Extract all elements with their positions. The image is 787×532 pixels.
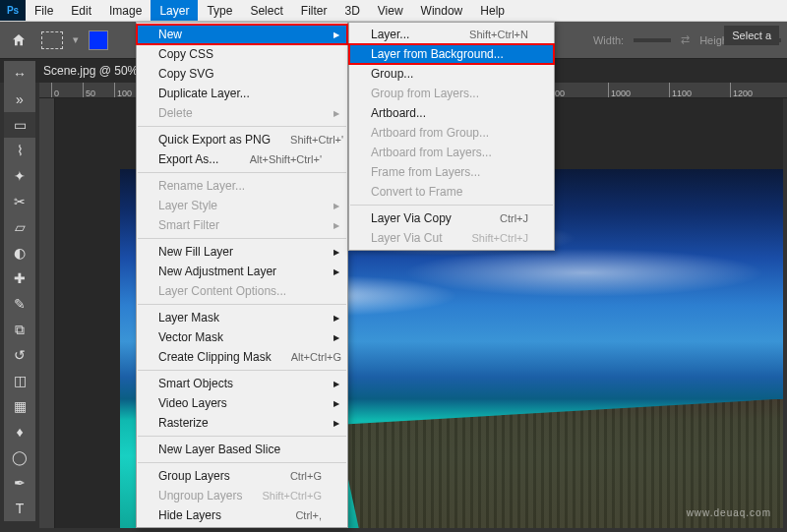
wand-tool[interactable]: ✦ [4,163,35,189]
menu-layer[interactable]: Layer [151,0,198,21]
menu-separator [138,436,346,437]
healing-tool[interactable]: ✚ [4,266,35,291]
menu-item-label: Quick Export as PNG [158,133,271,147]
marquee-tool[interactable]: ▭ [4,112,35,138]
layer-menu-layer-mask[interactable]: Layer Mask [137,308,347,327]
menu-item-label: Group... [371,67,413,81]
menu-bar: Ps FileEditImageLayerTypeSelectFilter3DV… [0,0,787,22]
layer-menu-smart-filter: Smart Filter [137,215,347,235]
crop-tool[interactable]: ✂ [4,189,35,214]
ruler-tick: 1100 [669,83,692,98]
menu-item-label: Delete [158,106,193,120]
menu-item-label: New Fill Layer [158,245,233,259]
frame-tool[interactable]: ▱ [4,214,35,240]
pen-tool[interactable]: ✒ [4,470,35,496]
layer-menu-video-layers[interactable]: Video Layers [137,393,347,413]
gradient-tool[interactable]: ▦ [4,393,35,419]
menu-separator [138,172,346,173]
type-tool[interactable]: T [4,496,35,521]
new-submenu-group[interactable]: Group... [349,64,554,84]
move-tool[interactable]: ↔ [4,61,35,87]
layer-menu-rename-layer: Rename Layer... [137,176,347,196]
menu-view[interactable]: View [369,0,412,21]
menu-file[interactable]: File [26,0,62,21]
menu-item-label: Rasterize [158,416,209,430]
layer-menu-ungroup-layers: Ungroup LayersShift+Ctrl+G [137,486,347,505]
menu-select[interactable]: Select [241,0,291,21]
marquee-preset-icon[interactable] [41,31,63,49]
dropdown-caret-icon[interactable]: ▾ [73,33,79,46]
document-tab[interactable]: Scene.jpg @ 50% [43,64,138,78]
menu-window[interactable]: Window [412,0,472,21]
new-submenu-layer-via-copy[interactable]: Layer Via CopyCtrl+J [349,208,554,228]
menu-shortcut: Ctrl+, [295,509,322,521]
eyedropper-tool[interactable]: ◐ [4,240,35,266]
menu-type[interactable]: Type [198,0,241,21]
new-submenu-artboard-from-group: Artboard from Group... [349,123,554,143]
home-button[interactable] [6,29,31,52]
new-submenu-layer-from-background[interactable]: Layer from Background... [349,44,554,64]
layer-menu-duplicate-layer[interactable]: Duplicate Layer... [137,84,347,103]
menu-shortcut: Ctrl+G [290,470,322,482]
expand-icon[interactable]: » [4,87,35,112]
layer-new-submenu[interactable]: Layer...Shift+Ctrl+NLayer from Backgroun… [348,22,555,251]
menu-item-label: Video Layers [158,396,227,410]
menu-filter[interactable]: Filter [292,0,336,21]
menu-item-label: Layer Style [158,199,217,212]
menu-edit[interactable]: Edit [62,0,100,21]
menu-image[interactable]: Image [100,0,151,21]
brush-tool[interactable]: ✎ [4,291,35,317]
menu-item-label: Duplicate Layer... [158,87,250,100]
width-input[interactable] [634,38,671,42]
layer-menu-quick-export-as-png[interactable]: Quick Export as PNGShift+Ctrl+' [137,130,347,149]
menu-item-label: Layer Mask [158,311,219,325]
layer-menu-copy-svg[interactable]: Copy SVG [137,64,347,84]
layer-menu-smart-objects[interactable]: Smart Objects [137,374,347,393]
layer-menu-export-as[interactable]: Export As...Alt+Shift+Ctrl+' [137,149,347,169]
eraser-tool[interactable]: ◫ [4,368,35,393]
menu-item-label: Ungroup Layers [158,489,242,502]
layer-menu-rasterize[interactable]: Rasterize [137,413,347,433]
select-all-button[interactable]: Select a [724,26,779,45]
layer-menu[interactable]: NewCopy CSSCopy SVGDuplicate Layer...Del… [136,22,348,528]
layer-menu-hide-layers[interactable]: Hide LayersCtrl+, [137,505,347,525]
menu-shortcut: Shift+Ctrl+G [262,490,322,502]
menu-item-label: Rename Layer... [158,179,245,193]
stamp-tool[interactable]: ⧉ [4,317,35,342]
menu-3d[interactable]: 3D [335,0,368,21]
lasso-tool[interactable]: ⌇ [4,138,35,163]
swap-dimensions-icon[interactable]: ⇄ [681,33,690,46]
menu-item-label: Hide Layers [158,508,221,522]
menu-item-label: Convert to Frame [371,185,462,199]
menu-item-label: Artboard from Group... [371,126,489,140]
menu-item-label: Artboard... [371,106,426,120]
menu-help[interactable]: Help [471,0,514,21]
layer-menu-new-fill-layer[interactable]: New Fill Layer [137,242,347,262]
menu-item-label: Layer Via Cut [371,231,443,245]
menu-item-label: Artboard from Layers... [371,146,492,159]
menu-item-label: Vector Mask [158,330,223,344]
layer-menu-new[interactable]: New [137,25,347,44]
menu-shortcut: Shift+Ctrl+' [290,134,343,146]
fill-color-swatch[interactable] [89,30,108,50]
layer-menu-layer-content-options: Layer Content Options... [137,281,347,301]
new-submenu-layer[interactable]: Layer...Shift+Ctrl+N [349,25,554,44]
menu-separator [138,304,346,305]
tools-panel: ↔»▭⌇✦✂▱◐✚✎⧉↺◫▦♦◯✒T [4,61,35,521]
ruler-vertical [39,98,55,528]
layer-menu-group-layers[interactable]: Group LayersCtrl+G [137,466,347,486]
ruler-tick: 50 [83,83,95,98]
layer-menu-new-adjustment-layer[interactable]: New Adjustment Layer [137,262,347,281]
app-logo: Ps [0,0,26,21]
dodge-tool[interactable]: ◯ [4,444,35,470]
ruler-tick: 1200 [730,83,753,98]
menu-item-label: Copy CSS [158,47,213,61]
layer-menu-create-clipping-mask[interactable]: Create Clipping MaskAlt+Ctrl+G [137,347,347,367]
history-brush-tool[interactable]: ↺ [4,342,35,368]
layer-menu-new-layer-based-slice[interactable]: New Layer Based Slice [137,440,347,459]
layer-menu-layer-style: Layer Style [137,196,347,215]
layer-menu-vector-mask[interactable]: Vector Mask [137,327,347,347]
layer-menu-copy-css[interactable]: Copy CSS [137,44,347,64]
blur-tool[interactable]: ♦ [4,419,35,444]
new-submenu-artboard[interactable]: Artboard... [349,103,554,123]
